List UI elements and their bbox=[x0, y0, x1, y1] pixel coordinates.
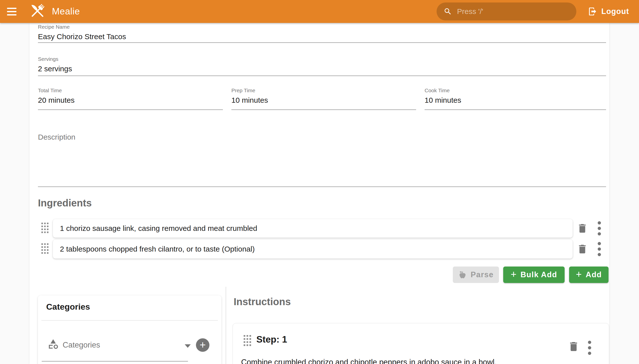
parse-label: Parse bbox=[471, 270, 494, 279]
servings-label: Servings bbox=[38, 56, 606, 62]
apple-icon bbox=[458, 270, 467, 279]
add-category-button[interactable]: + bbox=[196, 338, 209, 352]
ingredient-text[interactable]: 2 tablespoons chopped fresh cilantro, or… bbox=[60, 245, 255, 253]
plus-icon: + bbox=[511, 269, 516, 279]
logout-button[interactable]: Logout bbox=[586, 6, 630, 16]
ingredient-row: 1 chorizo sausage link, casing removed a… bbox=[30, 219, 609, 238]
add-button[interactable]: + Add bbox=[569, 266, 608, 283]
search-input[interactable] bbox=[457, 7, 562, 16]
chevron-down-icon[interactable] bbox=[185, 344, 191, 348]
categories-card: Categories Categories + bbox=[38, 296, 222, 364]
logout-label: Logout bbox=[601, 7, 629, 16]
categories-select[interactable]: Categories bbox=[63, 340, 100, 350]
ingredient-row: 2 tablespoons chopped fresh cilantro, or… bbox=[30, 240, 609, 258]
search-icon bbox=[444, 7, 452, 16]
prep-time-label: Prep Time bbox=[231, 88, 416, 94]
instructions-heading: Instructions bbox=[234, 296, 291, 308]
recipe-name-label: Recipe Name bbox=[38, 24, 606, 30]
delete-ingredient-button[interactable] bbox=[577, 223, 588, 234]
menu-icon[interactable] bbox=[7, 5, 20, 18]
trash-icon bbox=[577, 223, 588, 234]
total-time-label: Total Time bbox=[38, 88, 223, 94]
drag-handle-icon[interactable] bbox=[41, 243, 49, 255]
recipe-name-field[interactable]: Recipe Name Easy Chorizo Street Tacos bbox=[38, 24, 606, 43]
add-label: Add bbox=[586, 270, 602, 279]
cook-time-field[interactable]: Cook Time 10 minutes bbox=[424, 88, 606, 110]
bulk-add-label: Bulk Add bbox=[520, 270, 557, 279]
select-underline bbox=[42, 361, 188, 362]
ingredients-heading: Ingredients bbox=[38, 198, 92, 209]
cook-time-value[interactable]: 10 minutes bbox=[424, 96, 606, 105]
categories-title: Categories bbox=[46, 302, 90, 312]
trash-icon bbox=[568, 340, 580, 352]
bulk-add-button[interactable]: + Bulk Add bbox=[503, 266, 565, 283]
drag-handle-icon[interactable] bbox=[41, 223, 49, 234]
ingredient-input[interactable]: 2 tablespoons chopped fresh cilantro, or… bbox=[53, 240, 573, 258]
divider bbox=[42, 320, 218, 320]
app-title: Mealie bbox=[52, 6, 80, 17]
recipe-editor-card: Recipe Name Easy Chorizo Street Tacos Se… bbox=[30, 23, 609, 364]
step-title: Step: 1 bbox=[256, 334, 287, 345]
prep-time-field[interactable]: Prep Time 10 minutes bbox=[231, 88, 416, 110]
plus-icon: + bbox=[576, 269, 582, 279]
ingredient-text[interactable]: 1 chorizo sausage link, casing removed a… bbox=[60, 224, 257, 232]
search-bar[interactable] bbox=[437, 2, 576, 20]
delete-ingredient-button[interactable] bbox=[577, 243, 588, 255]
drag-handle-icon[interactable] bbox=[243, 335, 252, 347]
delete-step-button[interactable] bbox=[568, 340, 580, 352]
total-time-field[interactable]: Total Time 20 minutes bbox=[38, 88, 223, 110]
trash-icon bbox=[577, 243, 588, 255]
total-time-value[interactable]: 20 minutes bbox=[38, 96, 223, 105]
ingredient-menu-button[interactable] bbox=[597, 221, 601, 236]
step-text[interactable]: Combine crumbled chorizo and chipotle pe… bbox=[241, 358, 497, 364]
logout-icon bbox=[588, 7, 597, 16]
ingredient-menu-button[interactable] bbox=[597, 242, 601, 256]
description-label: Description bbox=[38, 133, 606, 141]
parse-button[interactable]: Parse bbox=[453, 266, 499, 283]
kebab-icon bbox=[597, 221, 601, 236]
app-bar: Mealie Logout bbox=[0, 0, 639, 23]
kebab-icon bbox=[588, 340, 591, 355]
column-divider bbox=[226, 287, 226, 364]
mealie-logo-icon bbox=[29, 1, 46, 22]
step-menu-button[interactable] bbox=[588, 340, 591, 355]
prep-time-value[interactable]: 10 minutes bbox=[231, 96, 416, 105]
kebab-icon bbox=[597, 242, 601, 256]
recipe-name-value[interactable]: Easy Chorizo Street Tacos bbox=[38, 32, 606, 41]
servings-value[interactable]: 2 servings bbox=[38, 64, 606, 73]
step-card: Step: 1 Combine crumbled chorizo and chi… bbox=[233, 323, 609, 364]
ingredient-input[interactable]: 1 chorizo sausage link, casing removed a… bbox=[53, 219, 573, 238]
cook-time-label: Cook Time bbox=[424, 88, 606, 94]
servings-field[interactable]: Servings 2 servings bbox=[38, 56, 606, 76]
description-field[interactable]: Description bbox=[38, 133, 606, 187]
shapes-icon bbox=[47, 338, 59, 351]
